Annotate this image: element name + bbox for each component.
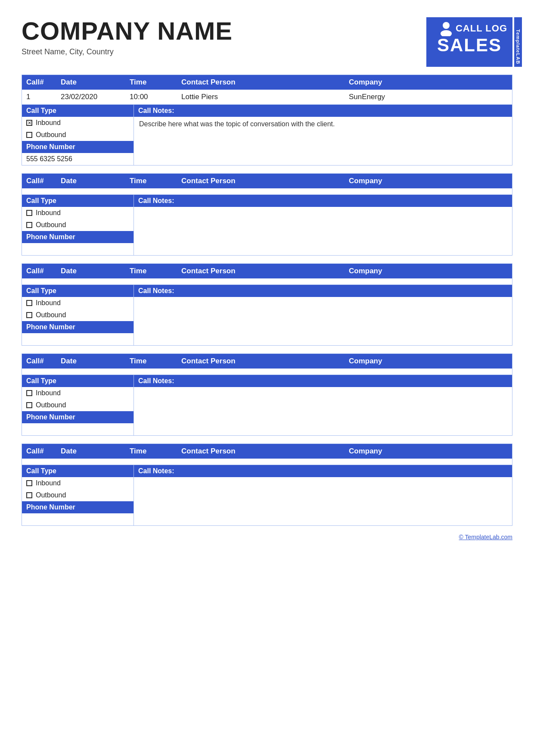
person-icon — [438, 21, 454, 36]
inbound-checkbox-5[interactable] — [26, 480, 32, 486]
call-time-5 — [125, 459, 177, 465]
col-time-label: Time — [125, 444, 177, 459]
outbound-checkbox-2[interactable] — [26, 222, 32, 228]
entry-header-2: Call# Date Time Contact Person Company — [22, 174, 512, 188]
col-contact-label: Contact Person — [177, 354, 345, 369]
right-panel-5: Call Notes: — [134, 465, 512, 525]
logo-sidebar-text: TemplateLAB — [514, 17, 522, 67]
col-call-label: Call# — [22, 264, 56, 278]
outbound-row-3: Outbound — [22, 309, 134, 321]
phone-value-2 — [22, 243, 134, 255]
col-company-label: Company — [345, 354, 512, 369]
notes-content-5 — [134, 477, 512, 503]
entry-body-3: Call Type Inbound Outbound Phone Number … — [22, 285, 512, 345]
notes-label-2: Call Notes: — [134, 195, 512, 207]
call-contact-1: Lottie Piers — [177, 90, 345, 104]
phone-number-label-5: Phone Number — [22, 501, 134, 513]
inbound-label-5: Inbound — [36, 479, 61, 487]
svg-point-0 — [443, 22, 450, 29]
entry-header-1: Call# Date Time Contact Person Company — [22, 75, 512, 90]
inbound-checkbox-4[interactable] — [26, 390, 32, 396]
inbound-label-1: Inbound — [36, 119, 61, 127]
phone-value-3 — [22, 333, 134, 345]
entry-body-4: Call Type Inbound Outbound Phone Number … — [22, 375, 512, 435]
left-panel-1: Call Type Inbound Outbound Phone Number … — [22, 105, 134, 165]
outbound-row-5: Outbound — [22, 489, 134, 501]
entry-data-1: 1 23/02/2020 10:00 Lottie Piers SunEnerg… — [22, 90, 512, 105]
outbound-checkbox-1[interactable] — [26, 132, 32, 138]
call-date-2 — [56, 188, 125, 194]
left-panel-4: Call Type Inbound Outbound Phone Number — [22, 375, 134, 435]
outbound-row-2: Outbound — [22, 219, 134, 231]
footer: © TemplateLab.com — [22, 534, 512, 540]
call-entry-2: Call# Date Time Contact Person Company C… — [22, 173, 512, 256]
call-num-1: 1 — [22, 90, 56, 104]
call-num-4 — [22, 369, 56, 375]
logo-block: CALL LOG SALES TemplateLAB — [422, 17, 512, 67]
call-company-1: SunEnergy — [345, 90, 512, 104]
col-call-label: Call# — [22, 444, 56, 459]
col-company-label: Company — [345, 75, 512, 90]
logo-top-row: CALL LOG — [432, 21, 507, 36]
right-panel-4: Call Notes: — [134, 375, 512, 435]
phone-value-4 — [22, 423, 134, 435]
outbound-label-4: Outbound — [36, 401, 66, 409]
entry-body-2: Call Type Inbound Outbound Phone Number … — [22, 195, 512, 255]
call-time-3 — [125, 278, 177, 284]
inbound-row-5: Inbound — [22, 477, 134, 489]
company-name: COMPANY NAME — [22, 17, 422, 45]
notes-label-4: Call Notes: — [134, 375, 512, 387]
right-panel-1: Call Notes: Describe here what was the t… — [134, 105, 512, 165]
call-date-4 — [56, 369, 125, 375]
col-date-label: Date — [56, 264, 125, 278]
call-type-label-3: Call Type — [22, 285, 134, 297]
outbound-checkbox-3[interactable] — [26, 312, 32, 318]
footer-link[interactable]: © TemplateLab.com — [459, 534, 512, 540]
notes-label-1: Call Notes: — [134, 105, 512, 117]
notes-content-4 — [134, 387, 512, 413]
entry-data-5 — [22, 459, 512, 465]
col-contact-label: Contact Person — [177, 174, 345, 188]
call-num-2 — [22, 188, 56, 194]
logo-sales-text: SALES — [432, 36, 507, 54]
col-time-label: Time — [125, 174, 177, 188]
col-time-label: Time — [125, 75, 177, 90]
call-type-label-5: Call Type — [22, 465, 134, 477]
company-block: COMPANY NAME Street Name, City, Country — [22, 17, 422, 56]
call-company-5 — [345, 459, 512, 465]
col-company-label: Company — [345, 264, 512, 278]
inbound-row-4: Inbound — [22, 387, 134, 399]
call-entry-5: Call# Date Time Contact Person Company C… — [22, 444, 512, 526]
phone-number-label-4: Phone Number — [22, 411, 134, 423]
entry-data-3 — [22, 278, 512, 285]
notes-content-2 — [134, 207, 512, 233]
inbound-row-1: Inbound — [22, 117, 134, 129]
call-date-3 — [56, 278, 125, 284]
col-company-label: Company — [345, 174, 512, 188]
phone-value-1: 555 6325 5256 — [22, 153, 134, 165]
call-log-text: CALL LOG — [456, 23, 507, 34]
outbound-checkbox-4[interactable] — [26, 402, 32, 408]
col-call-label: Call# — [22, 75, 56, 90]
phone-value-5 — [22, 513, 134, 525]
entry-body-5: Call Type Inbound Outbound Phone Number … — [22, 465, 512, 525]
inbound-checkbox-1[interactable] — [26, 120, 32, 126]
entry-data-4 — [22, 369, 512, 375]
right-panel-3: Call Notes: — [134, 285, 512, 345]
call-contact-3 — [177, 278, 345, 284]
left-panel-2: Call Type Inbound Outbound Phone Number — [22, 195, 134, 255]
col-contact-label: Contact Person — [177, 264, 345, 278]
call-date-5 — [56, 459, 125, 465]
call-date-1: 23/02/2020 — [56, 90, 125, 104]
inbound-checkbox-3[interactable] — [26, 300, 32, 306]
notes-label-3: Call Notes: — [134, 285, 512, 297]
entry-header-3: Call# Date Time Contact Person Company — [22, 264, 512, 278]
inbound-checkbox-2[interactable] — [26, 210, 32, 216]
outbound-checkbox-5[interactable] — [26, 492, 32, 498]
inbound-row-2: Inbound — [22, 207, 134, 219]
call-time-1: 10:00 — [125, 90, 177, 104]
notes-content-1: Describe here what was the topic of conv… — [134, 117, 512, 143]
outbound-row-4: Outbound — [22, 399, 134, 411]
notes-content-3 — [134, 297, 512, 323]
call-contact-2 — [177, 188, 345, 194]
